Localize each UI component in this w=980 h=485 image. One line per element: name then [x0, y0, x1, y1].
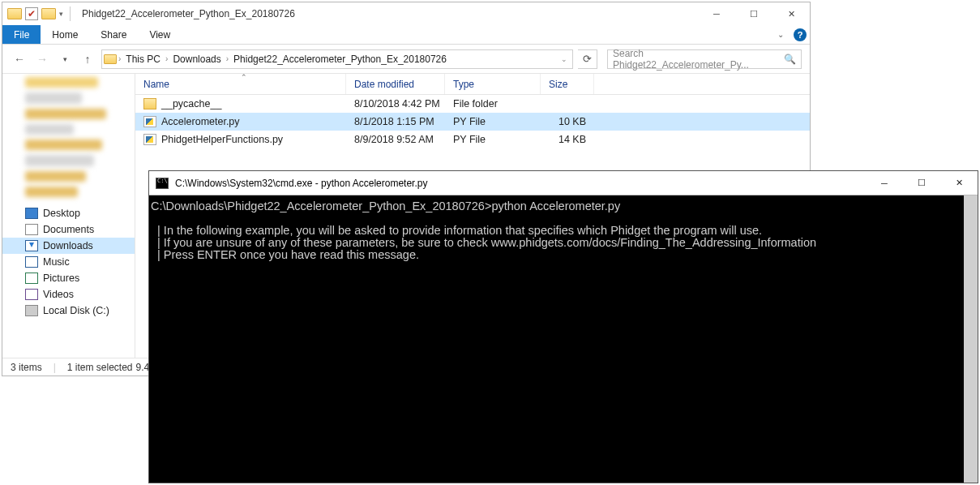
tree-blurred-section	[2, 77, 135, 197]
file-row[interactable]: Accelerometer.py8/1/2018 1:15 PMPY File1…	[135, 113, 810, 131]
file-size: 10 KB	[541, 116, 594, 127]
cmd-titlebar[interactable]: C:\Windows\System32\cmd.exe - python Acc…	[149, 171, 978, 195]
cmd-window: C:\Windows\System32\cmd.exe - python Acc…	[148, 170, 978, 483]
status-item-count: 3 items	[11, 362, 42, 373]
forward-button[interactable]: →	[33, 50, 51, 68]
file-date: 8/10/2018 4:42 PM	[346, 98, 445, 109]
column-name[interactable]: Name⌃	[135, 74, 346, 94]
cmd-text: C:\Downloads\Phidget22_Accelerometer_Pyt…	[151, 200, 961, 261]
column-size[interactable]: Size	[541, 74, 594, 94]
window-title: Phidget22_Accelerometer_Python_Ex_201807…	[79, 8, 698, 19]
music-icon	[25, 256, 38, 268]
qat-properties-icon[interactable]: ✔	[25, 7, 38, 20]
ribbon-expand-icon[interactable]: ⌄	[771, 25, 790, 44]
ribbon-tab-view[interactable]: View	[138, 25, 182, 44]
tree-label: Videos	[43, 289, 74, 300]
breadcrumb-downloads[interactable]: Downloads	[169, 54, 224, 65]
column-date[interactable]: Date modified	[346, 74, 445, 94]
cmd-terminal-output[interactable]: C:\Downloads\Phidget22_Accelerometer_Pyt…	[149, 195, 978, 483]
tree-item-localdisk[interactable]: Local Disk (C:)	[2, 303, 135, 319]
file-name: __pycache__	[161, 98, 221, 109]
maximize-button[interactable]: ☐	[735, 2, 772, 25]
chevron-right-icon[interactable]: ›	[118, 54, 121, 63]
tree-label: Desktop	[43, 208, 80, 219]
search-icon[interactable]: 🔍	[784, 54, 796, 65]
help-icon: ?	[794, 28, 807, 41]
tree-item-videos[interactable]: Videos	[2, 286, 135, 303]
ribbon-tab-home[interactable]: Home	[41, 25, 89, 44]
ribbon-tab-file[interactable]: File	[2, 25, 41, 44]
folder-icon	[7, 8, 22, 19]
folder-icon	[143, 98, 156, 109]
tree-label: Local Disk (C:)	[43, 305, 109, 316]
file-type: PY File	[445, 134, 541, 145]
python-file-icon	[143, 116, 156, 127]
tree-label: Music	[43, 256, 70, 268]
file-name: PhidgetHelperFunctions.py	[161, 134, 283, 145]
file-name: Accelerometer.py	[161, 116, 240, 127]
file-row[interactable]: __pycache__8/10/2018 4:42 PMFile folder	[135, 95, 810, 113]
scrollbar-up-button[interactable]: ▴	[964, 195, 978, 209]
file-size: 14 KB	[541, 134, 594, 145]
tree-label: Pictures	[43, 273, 79, 284]
chevron-right-icon[interactable]: ›	[165, 54, 168, 63]
tree-item-pictures[interactable]: Pictures	[2, 270, 135, 286]
sort-ascending-icon: ⌃	[241, 74, 247, 81]
pictures-icon	[25, 273, 38, 284]
cmd-minimize-button[interactable]: ─	[866, 171, 903, 195]
search-input[interactable]: Search Phidget22_Accelerometer_Py... 🔍	[607, 49, 802, 69]
tree-item-downloads[interactable]: Downloads	[2, 238, 135, 254]
navigation-tree[interactable]: Desktop Documents Downloads Music Pictur…	[2, 74, 135, 358]
back-button[interactable]: ←	[11, 50, 28, 68]
downloads-icon	[25, 240, 38, 251]
videos-icon	[25, 289, 38, 300]
column-headers: Name⌃ Date modified Type Size	[135, 74, 810, 95]
cmd-icon	[156, 178, 169, 189]
close-button[interactable]: ✕	[772, 2, 810, 25]
python-file-icon	[143, 134, 156, 145]
up-button[interactable]: ↑	[79, 50, 96, 68]
documents-icon	[25, 224, 38, 235]
folder-icon	[104, 54, 117, 64]
file-date: 8/9/2018 9:52 AM	[346, 134, 445, 145]
ribbon-tabs: File Home Share View ⌄ ?	[2, 25, 810, 45]
breadcrumb-thispc[interactable]: This PC	[122, 54, 164, 65]
tree-label: Documents	[43, 224, 94, 235]
qat-dropdown-icon[interactable]: ▾	[59, 10, 63, 18]
explorer-titlebar[interactable]: ✔ ▾ Phidget22_Accelerometer_Python_Ex_20…	[2, 2, 810, 25]
breadcrumb-current[interactable]: Phidget22_Accelerometer_Python_Ex_201807…	[230, 54, 450, 65]
file-row[interactable]: PhidgetHelperFunctions.py8/9/2018 9:52 A…	[135, 131, 810, 148]
status-selection-count: 1 item selected	[67, 362, 133, 373]
disk-icon	[25, 305, 38, 316]
desktop-icon	[25, 208, 38, 219]
tree-item-music[interactable]: Music	[2, 254, 135, 270]
history-dropdown-icon[interactable]: ▾	[56, 50, 74, 68]
tree-item-documents[interactable]: Documents	[2, 221, 135, 238]
address-bar[interactable]: › This PC › Downloads › Phidget22_Accele…	[101, 49, 573, 69]
file-type: File folder	[445, 98, 541, 109]
refresh-button[interactable]: ⟳	[578, 49, 597, 69]
scrollbar-thumb[interactable]	[964, 209, 978, 238]
ribbon-tab-share[interactable]: Share	[89, 25, 138, 44]
column-type[interactable]: Type	[445, 74, 541, 94]
tree-label: Downloads	[43, 240, 93, 251]
cmd-maximize-button[interactable]: ☐	[903, 171, 940, 195]
search-placeholder: Search Phidget22_Accelerometer_Py...	[613, 48, 781, 71]
chevron-right-icon[interactable]: ›	[226, 54, 229, 63]
help-button[interactable]: ?	[790, 25, 810, 44]
tree-item-desktop[interactable]: Desktop	[2, 205, 135, 221]
navigation-bar: ← → ▾ ↑ › This PC › Downloads › Phidget2…	[2, 45, 810, 74]
cmd-window-title: C:\Windows\System32\cmd.exe - python Acc…	[173, 178, 866, 189]
scrollbar-down-button[interactable]: ▾	[964, 469, 978, 483]
cmd-close-button[interactable]: ✕	[940, 171, 978, 195]
qat-newfolder-icon[interactable]	[41, 8, 56, 19]
address-history-icon[interactable]: ⌄	[558, 55, 571, 63]
file-date: 8/1/2018 1:15 PM	[346, 116, 445, 127]
file-type: PY File	[445, 116, 541, 127]
minimize-button[interactable]: ─	[698, 2, 735, 25]
